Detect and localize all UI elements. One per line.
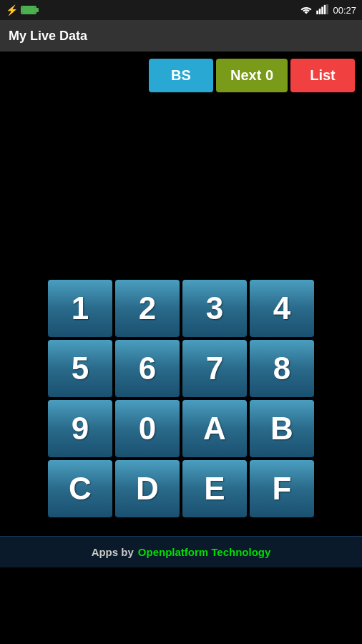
key-9-button[interactable]: 9 [48, 400, 112, 457]
main-area: 1234567890ABCDEF [0, 92, 362, 536]
battery-icon [21, 6, 36, 14]
wifi-icon [300, 4, 313, 16]
battery-fill [22, 7, 35, 13]
key-F-button[interactable]: F [250, 460, 314, 517]
footer-company-label: Openplatform Technology [138, 546, 271, 558]
footer-apps-by-label: Apps by [92, 546, 134, 558]
key-A-button[interactable]: A [182, 400, 247, 457]
key-0-button[interactable]: 0 [115, 400, 180, 457]
time-display: 00:27 [333, 5, 356, 16]
key-6-button[interactable]: 6 [115, 340, 180, 397]
key-2-button[interactable]: 2 [115, 280, 180, 337]
svg-rect-1 [319, 9, 321, 14]
top-buttons: BS Next 0 List [0, 52, 362, 92]
bs-button[interactable]: BS [149, 59, 213, 92]
key-B-button[interactable]: B [250, 400, 314, 457]
svg-rect-0 [317, 10, 319, 14]
keypad: 1234567890ABCDEF [44, 275, 318, 522]
footer: Apps by Openplatform Technology [0, 536, 362, 567]
svg-rect-3 [324, 4, 326, 14]
key-E-button[interactable]: E [182, 460, 247, 517]
usb-icon: ⚡ [6, 4, 18, 16]
key-3-button[interactable]: 3 [182, 280, 247, 337]
key-8-button[interactable]: 8 [250, 340, 314, 397]
key-1-button[interactable]: 1 [48, 280, 112, 337]
key-4-button[interactable]: 4 [250, 280, 314, 337]
status-left: ⚡ [6, 4, 36, 16]
key-D-button[interactable]: D [115, 460, 180, 517]
app-title: My Live Data [9, 29, 87, 44]
status-right: 00:27 [300, 4, 356, 16]
list-button[interactable]: List [290, 59, 355, 92]
signal-icon [316, 4, 329, 16]
next-button[interactable]: Next 0 [216, 59, 288, 92]
svg-rect-2 [322, 6, 324, 14]
key-C-button[interactable]: C [48, 460, 112, 517]
key-5-button[interactable]: 5 [48, 340, 112, 397]
key-7-button[interactable]: 7 [182, 340, 247, 397]
svg-rect-4 [327, 4, 329, 14]
status-bar: ⚡ 00:27 [0, 0, 362, 20]
title-bar: My Live Data [0, 20, 362, 52]
